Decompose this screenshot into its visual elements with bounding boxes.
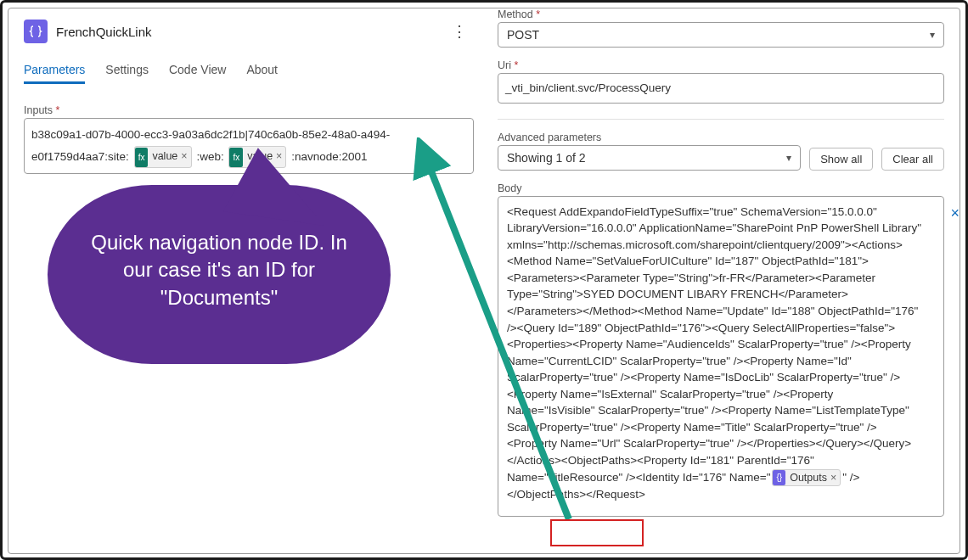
advanced-select[interactable]: Showing 1 of 2 ▾	[498, 145, 801, 171]
advanced-label: Advanced parameters	[498, 132, 944, 143]
tab-parameters[interactable]: Parameters	[24, 63, 85, 84]
app-icon	[24, 20, 48, 43]
show-all-button[interactable]: Show all	[809, 148, 873, 171]
tab-code-view[interactable]: Code View	[169, 63, 226, 84]
close-icon[interactable]: ×	[181, 147, 187, 167]
app-title: FrenchQuickLink	[56, 25, 152, 39]
tab-about[interactable]: About	[246, 63, 278, 84]
chevron-down-icon: ▾	[786, 152, 791, 164]
uri-label: Uri *	[498, 59, 944, 71]
dynamic-token-value-1[interactable]: fx value ×	[134, 146, 192, 168]
dynamic-token-outputs[interactable]: {} Outputs ×	[772, 469, 841, 487]
method-select[interactable]: POST ▾	[498, 22, 944, 48]
close-icon[interactable]: ×	[950, 204, 960, 222]
more-menu-icon[interactable]: ⋮	[445, 19, 474, 44]
annotation-text: Quick navigation node ID. In our case it…	[91, 231, 347, 309]
inputs-text-line1: b38c09a1-d07b-4000-ecc3-9a03a6dc2f1b|740…	[31, 128, 390, 141]
tabs: Parameters Settings Code View About	[24, 63, 474, 84]
clear-all-button[interactable]: Clear all	[881, 148, 944, 171]
braces-icon: {}	[773, 470, 785, 486]
inputs-text-prefix: e0f1759d4aa7:site:	[31, 150, 129, 163]
inputs-label: Inputs *	[24, 104, 474, 116]
method-value: POST	[507, 28, 539, 42]
inputs-text-mid: :web:	[196, 150, 223, 163]
fx-icon: fx	[135, 148, 149, 167]
uri-field[interactable]: _vti_bin/client.svc/ProcessQuery	[498, 73, 944, 104]
body-content: <Request AddExpandoFieldTypeSuffix="true…	[507, 205, 921, 484]
divider	[498, 119, 944, 120]
annotation-bubble: Quick navigation node ID. In our case it…	[49, 187, 389, 362]
method-label: Method *	[498, 8, 944, 20]
advanced-showing: Showing 1 of 2	[507, 151, 586, 165]
chevron-down-icon: ▾	[930, 29, 935, 41]
close-icon[interactable]: ×	[830, 470, 836, 485]
body-label: Body	[498, 182, 944, 194]
tab-settings[interactable]: Settings	[105, 63, 149, 84]
body-field[interactable]: <Request AddExpandoFieldTypeSuffix="true…	[498, 196, 944, 517]
uri-value: _vti_bin/client.svc/ProcessQuery	[505, 81, 671, 94]
